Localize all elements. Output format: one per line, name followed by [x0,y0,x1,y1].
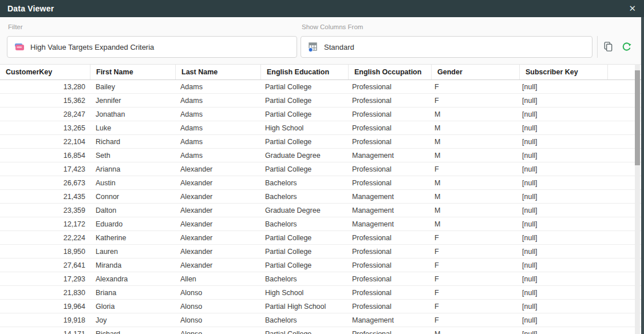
table-row[interactable]: 27,641MirandaAlexanderPartial CollegePro… [0,259,641,272]
cell-subscriber_key: [null] [516,138,604,146]
cell-english_occupation: Professional [346,179,429,187]
cell-subscriber_key: [null] [516,206,604,214]
cell-gender: F [429,97,516,105]
table-row[interactable]: 13,280BaileyAdamsPartial CollegeProfessi… [0,80,641,94]
column-header-first_name[interactable]: First Name [90,65,176,79]
cell-english_education: Bachelors [259,220,346,228]
table-row[interactable]: 26,673AustinAlexanderBachelorsProfession… [0,176,641,190]
table-row[interactable]: 19,918JoyAlonsoBachelorsManagementF[null… [0,313,641,327]
table-row[interactable]: 14,171RichardAlonsoPartial CollegeProfes… [0,327,641,334]
cell-first_name: Joy [90,316,175,324]
column-header-subscriber_key[interactable]: Subscriber Key [520,65,608,79]
cell-gender: M [429,110,516,118]
cell-customer_key: 16,854 [0,152,90,160]
toolbar: Filter High Value Targets Expanded Crite… [0,17,641,64]
cell-first_name: Katherine [90,234,175,242]
column-header-english_occupation[interactable]: English Occupation [349,65,432,79]
cell-english_education: Partial College [259,165,346,173]
filter-select[interactable]: High Value Targets Expanded Criteria [7,36,297,58]
table-row[interactable]: 22,104RichardAdamsPartial CollegeProfess… [0,135,641,149]
table-row[interactable]: 28,247JonathanAdamsPartial CollegeProfes… [0,108,641,121]
cell-last_name: Alexander [175,220,259,228]
show-columns-label: Show Columns From [302,23,363,30]
column-header-customer_key[interactable]: CustomerKey [0,65,90,79]
copy-button[interactable] [602,40,614,53]
cell-english_occupation: Management [346,316,429,324]
column-header-english_education[interactable]: English Education [261,65,349,79]
table-row[interactable]: 17,423AriannaAlexanderPartial CollegePro… [0,162,641,176]
cell-english_education: Graduate Degree [259,152,346,160]
dialog-titlebar: Data Viewer ✕ [0,0,644,17]
table-row[interactable]: 15,362JenniferAdamsPartial CollegeProfes… [0,94,641,108]
table-row[interactable]: 12,172EduardoAlexanderBachelorsManagemen… [0,217,641,231]
cell-first_name: Lauren [90,248,175,256]
column-header-last_name[interactable]: Last Name [176,65,261,79]
cell-subscriber_key: [null] [516,275,604,283]
column-header-gender[interactable]: Gender [432,65,520,79]
cell-gender: M [429,138,516,146]
cell-english_occupation: Management [346,152,429,160]
cell-english_occupation: Professional [346,289,429,297]
cell-subscriber_key: [null] [516,124,604,132]
cell-first_name: Luke [90,124,175,132]
cell-english_occupation: Management [346,206,429,214]
cell-last_name: Adams [175,110,259,118]
cell-english_occupation: Professional [346,83,429,91]
show-columns-select[interactable]: Standard [301,36,592,58]
cell-last_name: Alexander [175,179,259,187]
close-icon[interactable]: ✕ [621,0,644,17]
cell-last_name: Adams [175,152,259,160]
dialog-content: Filter High Value Targets Expanded Crite… [0,17,641,334]
cell-subscriber_key: [null] [516,110,604,118]
cell-customer_key: 12,172 [0,220,90,228]
cell-english_occupation: Professional [346,248,429,256]
cell-last_name: Alexander [175,193,259,201]
table-row[interactable]: 18,950LaurenAlexanderPartial CollegeProf… [0,245,641,259]
cell-subscriber_key: [null] [516,248,604,256]
cell-subscriber_key: [null] [516,179,604,187]
filter-dataset-icon [14,43,25,51]
filter-label: Filter [8,23,23,30]
cell-last_name: Alexander [175,248,259,256]
cell-english_occupation: Professional [346,330,429,334]
table-row[interactable]: 21,830BrianaAlonsoHigh SchoolProfessiona… [0,286,641,300]
cell-customer_key: 27,641 [0,261,90,269]
table-row[interactable]: 13,265LukeAdamsHigh SchoolProfessionalM[… [0,121,641,135]
cell-english_occupation: Professional [346,261,429,269]
cell-first_name: Alexandra [90,275,175,283]
cell-gender: F [429,234,516,242]
cell-english_occupation: Professional [346,124,429,132]
cell-english_education: High School [259,289,346,297]
cell-customer_key: 19,918 [0,316,90,324]
cell-english_occupation: Management [346,193,429,201]
cell-first_name: Miranda [90,261,175,269]
cell-customer_key: 18,950 [0,248,90,256]
cell-first_name: Eduardo [90,220,175,228]
cell-customer_key: 21,435 [0,193,90,201]
cell-first_name: Jonathan [90,110,175,118]
cell-subscriber_key: [null] [516,316,604,324]
cell-customer_key: 13,265 [0,124,90,132]
cell-customer_key: 17,293 [0,275,90,283]
table-row[interactable]: 22,224KatherineAlexanderPartial CollegeP… [0,231,641,245]
cell-last_name: Allen [175,275,259,283]
table-row[interactable]: 17,293AlexandraAllenBachelorsProfessiona… [0,272,641,286]
table-row[interactable]: 21,435ConnorAlexanderBachelorsManagement… [0,190,641,204]
vertical-scrollbar-track[interactable] [635,64,640,334]
table-row[interactable]: 23,359DaltonAlexanderGraduate DegreeMana… [0,204,641,217]
cell-english_education: Graduate Degree [259,206,346,214]
cell-english_occupation: Professional [346,165,429,173]
cell-english_education: Partial College [259,248,346,256]
cell-customer_key: 28,247 [0,110,90,118]
cell-english_education: Partial College [259,97,346,105]
cell-last_name: Adams [175,138,259,146]
cell-english_occupation: Professional [346,138,429,146]
refresh-button[interactable] [620,40,633,53]
cell-english_education: Partial High School [259,303,346,311]
cell-last_name: Alexander [175,206,259,214]
table-row[interactable]: 16,854SethAdamsGraduate DegreeManagement… [0,149,641,162]
vertical-scrollbar-thumb[interactable] [635,70,640,165]
cell-english_occupation: Professional [346,97,429,105]
table-row[interactable]: 19,964GloriaAlonsoPartial High SchoolPro… [0,300,641,313]
cell-gender: M [429,179,516,187]
